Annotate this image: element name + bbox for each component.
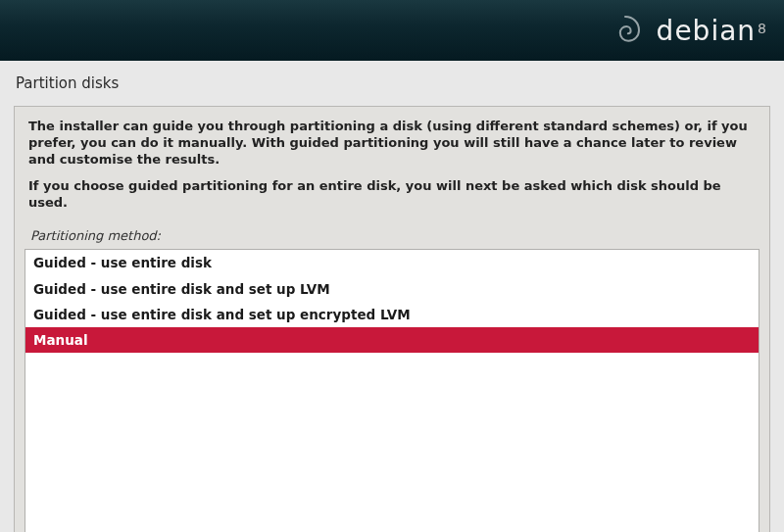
description-paragraph-2: If you choose guided partitioning for an… xyxy=(28,178,756,212)
page-title: Partition disks xyxy=(16,74,768,92)
option-guided-encrypted-lvm[interactable]: Guided - use entire disk and set up encr… xyxy=(25,302,759,327)
description-text: The installer can guide you through part… xyxy=(24,117,760,226)
content-frame: The installer can guide you through part… xyxy=(14,106,770,532)
debian-logo: debian8 xyxy=(606,11,766,50)
option-manual[interactable]: Manual xyxy=(25,327,759,353)
brand-text: debian8 xyxy=(657,15,766,47)
installer-header: debian8 xyxy=(0,0,784,61)
partitioning-options-list: Guided - use entire disk Guided - use en… xyxy=(24,249,760,532)
option-guided-lvm[interactable]: Guided - use entire disk and set up LVM xyxy=(25,276,759,302)
description-paragraph-1: The installer can guide you through part… xyxy=(28,119,756,169)
debian-swirl-icon xyxy=(606,11,645,50)
page-title-bar: Partition disks xyxy=(0,61,784,102)
partitioning-method-label: Partitioning method: xyxy=(24,226,760,249)
option-guided-entire-disk[interactable]: Guided - use entire disk xyxy=(25,250,759,275)
